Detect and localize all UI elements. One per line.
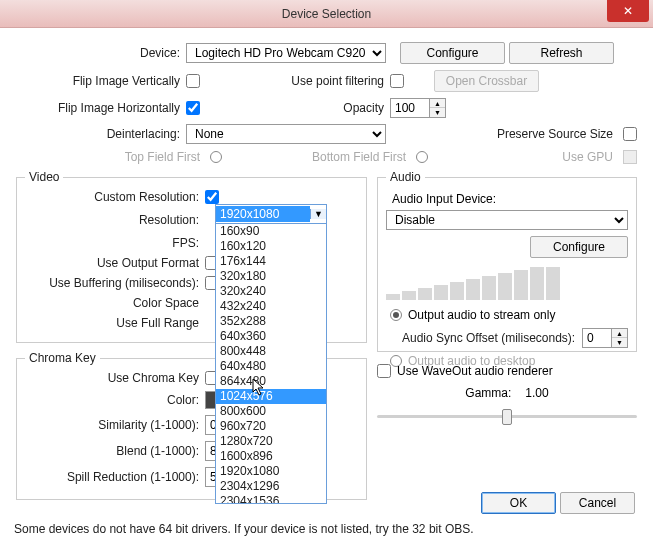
window-title: Device Selection	[282, 7, 371, 21]
flip-v-label: Flip Image Vertically	[16, 74, 186, 88]
resolution-option[interactable]: 176x144	[216, 254, 326, 269]
use-gpu-label: Use GPU	[562, 150, 619, 164]
open-crossbar-button: Open Crossbar	[434, 70, 539, 92]
resolution-label: Resolution:	[25, 213, 205, 227]
cancel-button[interactable]: Cancel	[560, 492, 635, 514]
audio-configure-button[interactable]: Configure	[530, 236, 628, 258]
slider-thumb[interactable]	[502, 409, 512, 425]
custom-res-checkbox[interactable]	[205, 190, 219, 204]
deinterlacing-label: Deinterlacing:	[16, 127, 186, 141]
fps-label: FPS:	[25, 236, 205, 250]
video-legend: Video	[25, 170, 63, 184]
use-gpu-checkbox	[623, 150, 637, 164]
deinterlacing-select[interactable]: None	[186, 124, 386, 144]
out-stream-label: Output audio to stream only	[408, 308, 555, 322]
spill-label: Spill Reduction (1-1000):	[25, 470, 205, 484]
resolution-option[interactable]: 352x288	[216, 314, 326, 329]
sync-spinner[interactable]: ▲▼	[611, 328, 628, 348]
device-label: Device:	[16, 46, 186, 60]
top-field-label: Top Field First	[16, 150, 206, 164]
resolution-option[interactable]: 1280x720	[216, 434, 326, 449]
resolution-option[interactable]: 864x480	[216, 374, 326, 389]
full-range-label: Use Full Range	[25, 316, 205, 330]
resolution-dropdown[interactable]: 1920x1080 ▼ 160x90160x120176x144320x1803…	[215, 204, 327, 504]
gamma-slider[interactable]	[377, 406, 637, 426]
resolution-option[interactable]: 160x90	[216, 224, 326, 239]
resolution-option[interactable]: 800x448	[216, 344, 326, 359]
audio-input-label: Audio Input Device:	[392, 192, 628, 206]
audio-input-select[interactable]: Disable	[386, 210, 628, 230]
resolution-option[interactable]: 160x120	[216, 239, 326, 254]
resolution-option[interactable]: 320x240	[216, 284, 326, 299]
resolution-option[interactable]: 432x240	[216, 299, 326, 314]
top-field-radio	[210, 151, 222, 163]
chevron-down-icon[interactable]: ▼	[310, 209, 326, 219]
bottom-field-radio	[416, 151, 428, 163]
resolution-list[interactable]: 160x90160x120176x144320x180320x240432x24…	[215, 224, 327, 504]
gamma-label: Gamma:	[465, 386, 511, 400]
waveout-label: Use WaveOut audio renderer	[397, 364, 553, 378]
custom-res-label: Custom Resolution:	[25, 190, 205, 204]
gamma-value: 1.00	[525, 386, 548, 400]
waveout-checkbox[interactable]	[377, 364, 391, 378]
resolution-option[interactable]: 1920x1080	[216, 464, 326, 479]
audio-legend: Audio	[386, 170, 425, 184]
opacity-input[interactable]	[390, 98, 430, 118]
sync-label: Audio Sync Offset (miliseconds):	[386, 331, 582, 345]
resolution-option[interactable]: 1600x896	[216, 449, 326, 464]
opacity-field[interactable]: ▲▼	[390, 98, 446, 118]
close-icon: ✕	[623, 4, 633, 18]
similarity-label: Similarity (1-1000):	[25, 418, 205, 432]
opacity-spinner[interactable]: ▲▼	[429, 98, 446, 118]
use-output-label: Use Output Format	[25, 256, 205, 270]
preserve-checkbox[interactable]	[623, 127, 637, 141]
out-stream-radio[interactable]	[390, 309, 402, 321]
flip-h-checkbox[interactable]	[186, 101, 200, 115]
resolution-option[interactable]: 960x720	[216, 419, 326, 434]
resolution-option[interactable]: 2304x1536	[216, 494, 326, 504]
close-button[interactable]: ✕	[607, 0, 649, 22]
flip-h-label: Flip Image Horizontally	[16, 101, 186, 115]
use-point-checkbox[interactable]	[390, 74, 404, 88]
bottom-field-label: Bottom Field First	[222, 150, 412, 164]
preserve-label: Preserve Source Size	[497, 127, 619, 141]
color-label: Color:	[25, 393, 205, 407]
use-buffer-label: Use Buffering (miliseconds):	[25, 276, 205, 290]
device-select[interactable]: Logitech HD Pro Webcam C920	[186, 43, 386, 63]
resolution-select[interactable]: 1920x1080 ▼	[215, 204, 327, 224]
flip-v-checkbox[interactable]	[186, 74, 200, 88]
blend-label: Blend (1-1000):	[25, 444, 205, 458]
resolution-option[interactable]: 640x480	[216, 359, 326, 374]
resolution-option[interactable]: 640x360	[216, 329, 326, 344]
use-point-label: Use point filtering	[200, 74, 390, 88]
refresh-button[interactable]: Refresh	[509, 42, 614, 64]
opacity-label: Opacity	[200, 101, 390, 115]
title-bar: Device Selection ✕	[0, 0, 653, 28]
use-chroma-label: Use Chroma Key	[25, 371, 205, 385]
ok-button[interactable]: OK	[481, 492, 556, 514]
color-space-label: Color Space	[25, 296, 205, 310]
resolution-option[interactable]: 2304x1296	[216, 479, 326, 494]
audio-group: Audio Audio Input Device: Disable Config…	[377, 170, 637, 352]
disclaimer-text: Some devices do not have 64 bit drivers.…	[14, 522, 474, 536]
configure-button[interactable]: Configure	[400, 42, 505, 64]
resolution-option[interactable]: 1024x576	[216, 389, 326, 404]
sync-input[interactable]	[582, 328, 612, 348]
chroma-legend: Chroma Key	[25, 351, 100, 365]
volume-meter	[386, 266, 628, 300]
resolution-option[interactable]: 800x600	[216, 404, 326, 419]
resolution-option[interactable]: 320x180	[216, 269, 326, 284]
resolution-selected: 1920x1080	[216, 206, 310, 222]
